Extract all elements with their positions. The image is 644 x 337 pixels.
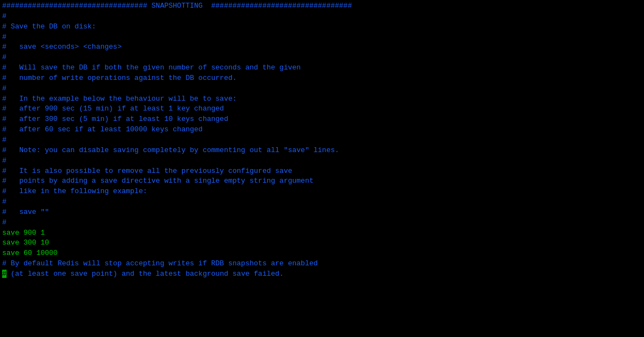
terminal-line: # like in the following example:	[2, 187, 642, 197]
terminal-line: #	[2, 218, 642, 228]
terminal-line: # after 300 sec (5 min) if at least 10 k…	[2, 114, 642, 125]
terminal-line: #	[2, 32, 642, 43]
terminal-line: ################################## SNAPS…	[2, 1, 642, 11]
terminal-line: # (at least one save point) and the late…	[2, 269, 642, 280]
terminal-line: #	[2, 156, 642, 166]
terminal-line: #	[2, 53, 642, 63]
terminal-line: # Will save the DB if both the given num…	[2, 63, 642, 73]
terminal-line: # after 900 sec (15 min) if at least 1 k…	[2, 104, 642, 114]
terminal-line: #	[2, 197, 642, 207]
terminal-line: # number of write operations against the…	[2, 73, 642, 84]
terminal-line: save 60 10000	[2, 248, 642, 259]
terminal-line: #	[2, 11, 642, 22]
terminal-line: # Save the DB on disk:	[2, 22, 642, 32]
terminal-line: # It is also possible to remove all the …	[2, 166, 642, 177]
terminal-line: save 900 1	[2, 228, 642, 239]
terminal-line: save 300 10	[2, 238, 642, 248]
terminal-line: # after 60 sec if at least 10000 keys ch…	[2, 125, 642, 135]
terminal-line: # save ""	[2, 207, 642, 218]
terminal-window: ################################## SNAPS…	[0, 0, 644, 337]
terminal-line: #	[2, 135, 642, 146]
terminal-line: # Note: you can disable saving completel…	[2, 146, 642, 156]
terminal-line: # points by adding a save directive with…	[2, 176, 642, 187]
terminal-line: # By default Redis will stop accepting w…	[2, 259, 642, 269]
terminal-line: # save <seconds> <changes>	[2, 42, 642, 53]
terminal-line: #	[2, 84, 642, 94]
terminal-line: # In the example below the behaviour wil…	[2, 94, 642, 104]
